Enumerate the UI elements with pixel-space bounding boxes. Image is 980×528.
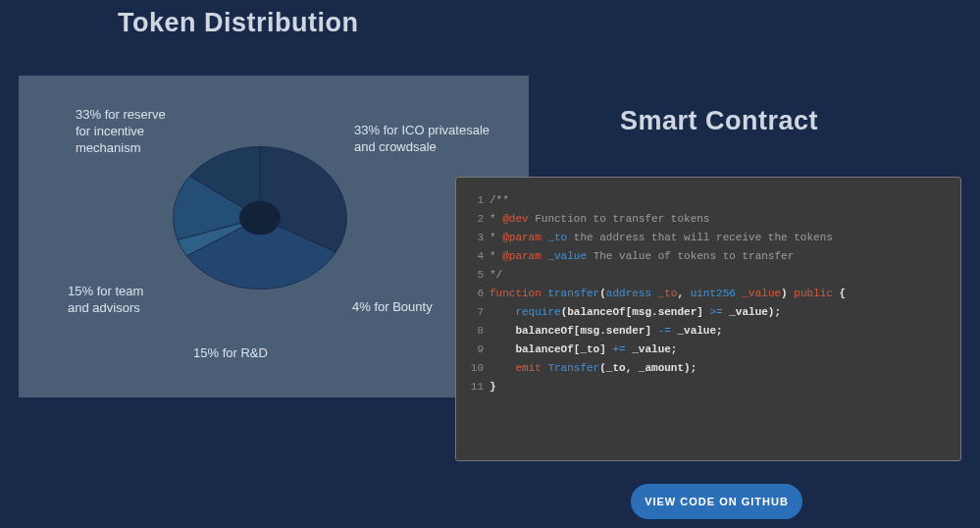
code-line: 10 emit Transfer(_to, _amount); [466, 359, 951, 378]
line-number: 1 [466, 191, 484, 210]
code-token: function [490, 285, 542, 303]
svg-point-1 [239, 201, 280, 235]
code-line: 1/** [466, 191, 951, 210]
code-token: @param [502, 229, 542, 247]
chart-label-ico: 33% for ICO privatesaleand crowdsale [354, 123, 490, 156]
code-token: _to [651, 285, 677, 303]
code-line: 11} [466, 378, 951, 396]
code-token: */ [490, 266, 502, 285]
code-line: 6function transfer(address _to, uint256 … [466, 285, 951, 303]
code-token: _to [542, 229, 567, 247]
code-token: balanceOf[msg.sender] [490, 322, 658, 341]
code-token: (balanceOf[msg.sender] [561, 303, 710, 322]
code-token: >= [709, 303, 722, 322]
code-token [490, 359, 515, 378]
code-token: _value; [626, 341, 678, 359]
code-token: public [794, 285, 833, 303]
chart-label-bounty: 4% for Bounty [352, 299, 433, 316]
line-number: 3 [466, 229, 484, 247]
chart-label-team: 15% for teamand advisors [68, 284, 143, 317]
smart-contract-heading: Smart Contract [620, 106, 818, 136]
code-token: } [490, 378, 496, 396]
code-token: The value of tokens to transfer [587, 247, 794, 266]
code-token: emit [515, 359, 541, 378]
code-line: 8 balanceOf[msg.sender] -= _value; [466, 322, 951, 341]
code-line: 2* @dev Function to transfer tokens [466, 210, 951, 229]
code-token: { [833, 285, 846, 303]
button-label: VIEW CODE ON GITHUB [645, 496, 789, 507]
chart-label-reserve: 33% for reservefor incentivemechanism [76, 107, 166, 157]
line-number: 10 [466, 359, 484, 378]
code-token: _value [542, 247, 587, 266]
code-panel: 1/**2* @dev Function to transfer tokens3… [455, 177, 961, 461]
line-number: 4 [466, 247, 484, 266]
line-number: 6 [466, 285, 484, 303]
code-line: 4* @param _value The value of tokens to … [466, 247, 951, 266]
code-token: Transfer [542, 359, 599, 378]
code-token: _value; [671, 322, 723, 341]
line-number: 7 [466, 303, 484, 322]
code-token: require [515, 303, 560, 322]
code-token: , [677, 285, 690, 303]
code-line: 3* @param _to the address that will rece… [466, 229, 951, 247]
code-token: @dev [502, 210, 528, 229]
line-number: 5 [466, 266, 484, 285]
code-token: balanceOf[_to] [490, 341, 612, 359]
line-number: 9 [466, 341, 484, 359]
code-token: * [490, 229, 502, 247]
token-distribution-heading: Token Distribution [118, 8, 359, 38]
code-line: 7 require(balanceOf[msg.sender] >= _valu… [466, 303, 951, 322]
code-token: /** [490, 191, 509, 210]
code-token: the address that will receive the tokens [567, 229, 833, 247]
code-token: _value); [723, 303, 781, 322]
code-token: transfer [542, 285, 599, 303]
code-token: ) [781, 285, 794, 303]
pie-chart [168, 126, 352, 310]
code-token: uint256 [691, 285, 736, 303]
line-number: 2 [466, 210, 484, 229]
code-token: -= [658, 322, 671, 341]
code-token: (_to, _amount); [599, 359, 696, 378]
token-distribution-panel: 33% for reservefor incentivemechanism 33… [19, 76, 529, 397]
code-token: Function to transfer tokens [529, 210, 710, 229]
code-token: += [612, 341, 625, 359]
code-token: @param [502, 247, 542, 266]
chart-label-rnd: 15% for R&D [193, 345, 268, 362]
code-token: * [490, 210, 502, 229]
code-line: 9 balanceOf[_to] += _value; [466, 341, 951, 359]
line-number: 11 [466, 378, 484, 396]
view-code-github-button[interactable]: VIEW CODE ON GITHUB [631, 484, 802, 519]
code-token [490, 303, 515, 322]
code-line: 5*/ [466, 266, 951, 285]
code-token: _value [736, 285, 781, 303]
code-token: ( [599, 285, 606, 303]
code-token: * [490, 247, 502, 266]
code-token: address [606, 285, 651, 303]
line-number: 8 [466, 322, 484, 341]
